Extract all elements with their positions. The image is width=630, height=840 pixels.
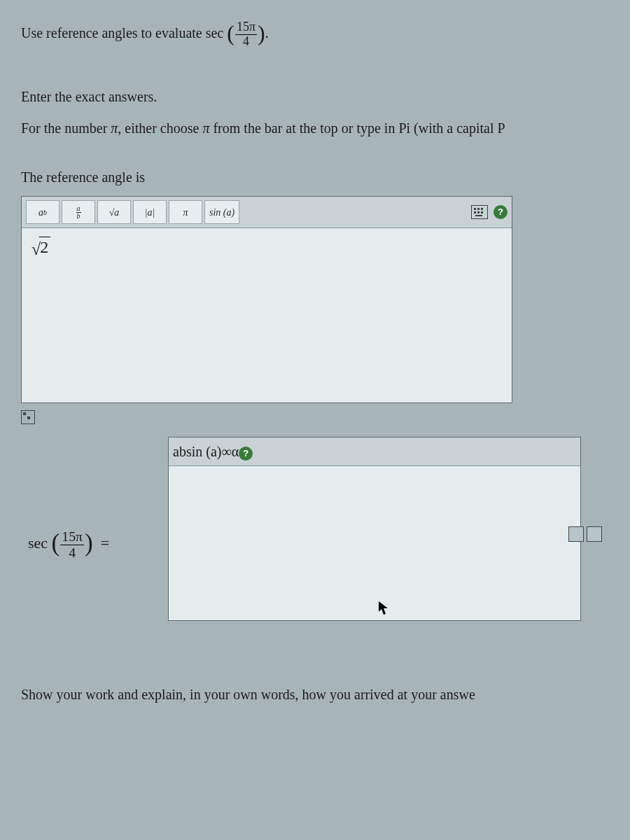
editor2-input[interactable]: [169, 465, 580, 620]
editor1-corner-row: [21, 409, 612, 430]
instructions-line2: For the number π, either choose π from t…: [21, 118, 612, 139]
editor1-input[interactable]: √2: [22, 227, 512, 402]
editor1-value-sqrt: √2: [31, 237, 50, 262]
sec-expression-label: sec (15π4) =: [28, 526, 154, 564]
settings-icon[interactable]: [587, 526, 602, 542]
editor1-toolbar: ab ab √a |a| π sin (a) ?: [22, 197, 512, 227]
tool-power[interactable]: ab: [26, 200, 59, 224]
tool-sin-2[interactable]: sin (a): [186, 441, 222, 462]
math-editor-1: ab ab √a |a| π sin (a) ? √2: [21, 196, 512, 403]
reference-angle-prompt: The reference angle is: [21, 167, 612, 188]
tool-power-2[interactable]: ab: [173, 441, 186, 462]
editor2-side-icons: [568, 526, 602, 542]
expand-icon[interactable]: [21, 410, 35, 424]
tool-sin[interactable]: sin (a): [204, 200, 239, 224]
show-work-prompt: Show your work and explain, in your own …: [21, 684, 612, 705]
math-editor-2: ab sin (a) ∞ α ?: [168, 437, 581, 621]
tool-alpha[interactable]: α: [232, 441, 239, 462]
question-statement: Use reference angles to evaluate sec (15…: [21, 18, 612, 51]
tool-sqrt[interactable]: √a: [97, 200, 131, 224]
tool-infinity[interactable]: ∞: [221, 441, 231, 462]
fullscreen-icon[interactable]: [568, 526, 584, 542]
keyboard-icon[interactable]: [471, 205, 488, 219]
question-prefix: Use reference angles to evaluate sec: [21, 25, 223, 41]
help-icon-2[interactable]: ?: [239, 447, 253, 461]
help-icon[interactable]: ?: [493, 205, 507, 219]
tool-pi[interactable]: π: [169, 200, 202, 224]
tool-fraction[interactable]: ab: [62, 200, 95, 224]
instructions-line1: Enter the exact answers.: [21, 86, 612, 107]
tool-abs[interactable]: |a|: [133, 200, 167, 224]
editor2-toolbar: ab sin (a) ∞ α ?: [169, 438, 580, 465]
